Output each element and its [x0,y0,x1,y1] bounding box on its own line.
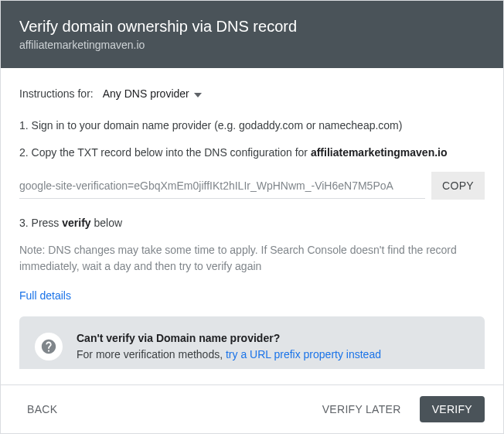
step-2-domain: affiliatemarketingmaven.io [311,146,448,159]
step-2-prefix: 2. Copy the TXT record below into the DN… [19,146,311,159]
footer-left: BACK [19,397,65,422]
back-button[interactable]: BACK [19,397,65,422]
help-text: Can't verify via Domain name provider? F… [77,330,381,363]
step-3: 3. Press verify below [19,215,485,231]
txt-record-row: COPY [19,172,485,200]
full-details-link[interactable]: Full details [19,289,71,302]
step-3-bold: verify [62,217,90,229]
dns-note: Note: DNS changes may take some time to … [19,242,485,275]
verify-later-button[interactable]: VERIFY LATER [315,397,409,422]
url-prefix-link[interactable]: try a URL prefix property instead [226,347,381,363]
dialog-footer: BACK VERIFY LATER VERIFY [1,384,503,433]
step-2: 2. Copy the TXT record below into the DN… [19,145,485,161]
dialog-subtitle: affiliatemarketingmaven.io [19,39,485,51]
verify-button[interactable]: VERIFY [420,396,485,422]
dialog-content: Instructions for: Any DNS provider 1. Si… [1,68,503,369]
step-3-suffix: below [91,217,122,229]
question-icon [35,333,63,361]
txt-record-input[interactable] [19,173,425,199]
chevron-down-icon [194,87,202,101]
dns-provider-selected: Any DNS provider [103,87,189,100]
dialog-header: Verify domain ownership via DNS record a… [1,1,503,68]
help-panel: Can't verify via Domain name provider? F… [19,316,485,369]
verify-domain-dialog: Verify domain ownership via DNS record a… [0,0,504,434]
copy-button[interactable]: COPY [431,172,485,200]
instructions-label: Instructions for: [19,87,94,100]
instructions-row: Instructions for: Any DNS provider [19,87,485,101]
step-1: 1. Sign in to your domain name provider … [19,118,485,134]
dialog-title: Verify domain ownership via DNS record [19,18,485,36]
dns-provider-dropdown[interactable]: Any DNS provider [103,87,202,101]
footer-right: VERIFY LATER VERIFY [315,396,485,422]
help-title: Can't verify via Domain name provider? [77,330,381,347]
help-text-prefix: For more verification methods, [77,348,226,361]
help-body: For more verification methods, try a URL… [77,347,381,363]
step-3-prefix: 3. Press [19,217,62,229]
